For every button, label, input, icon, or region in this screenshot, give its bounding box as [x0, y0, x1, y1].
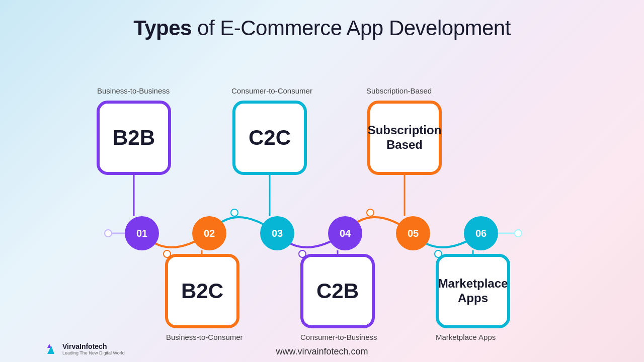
- diagram-area: Business-to-Business Consumer-to-Consume…: [0, 45, 644, 337]
- card-c2c: C2C: [232, 101, 307, 175]
- svg-point-2: [231, 209, 238, 216]
- card-marketplace: MarketplaceApps: [436, 254, 510, 328]
- num-circle-06: 06: [464, 216, 498, 250]
- num-circle-02: 02: [192, 216, 226, 250]
- card-c2b-label: C2B: [316, 280, 359, 303]
- card-sub-label: SubscriptionBased: [368, 123, 442, 152]
- num-03-label: 03: [272, 228, 283, 239]
- card-b2c-label: B2C: [181, 280, 223, 303]
- num-02-label: 02: [204, 228, 215, 239]
- card-c2b: C2B: [300, 254, 375, 328]
- card-b2b-label: B2B: [113, 126, 155, 149]
- card-b2c: B2C: [165, 254, 239, 328]
- card-sub: SubscriptionBased: [367, 101, 442, 175]
- label-c2c-top: Consumer-to-Consumer: [231, 86, 312, 95]
- label-c2b-bottom: Consumer-to-Business: [300, 333, 377, 341]
- num-circle-04: 04: [328, 216, 362, 250]
- page-title: Types of E-Commerce App Development: [0, 0, 644, 40]
- svg-point-0: [105, 230, 112, 237]
- svg-point-4: [367, 209, 374, 216]
- num-01-label: 01: [136, 228, 147, 239]
- num-05-label: 05: [408, 228, 419, 239]
- footer-url: www.virvainfotech.com: [276, 346, 368, 357]
- svg-point-6: [515, 230, 522, 237]
- num-06-label: 06: [475, 228, 487, 239]
- num-04-label: 04: [340, 228, 351, 239]
- card-c2c-label: C2C: [249, 126, 291, 149]
- card-b2b: B2B: [97, 101, 171, 175]
- num-circle-01: 01: [125, 216, 159, 250]
- label-sub-top: Subscription-Based: [366, 86, 432, 95]
- footer: www.virvainfotech.com: [0, 346, 644, 357]
- num-circle-03: 03: [260, 216, 294, 250]
- card-marketplace-label: MarketplaceApps: [438, 277, 508, 306]
- label-b2c-bottom: Business-to-Consumer: [166, 333, 243, 341]
- label-b2b-top: Business-to-Business: [97, 86, 170, 95]
- num-circle-05: 05: [396, 216, 430, 250]
- label-marketplace-bottom: Marketplace Apps: [436, 333, 496, 341]
